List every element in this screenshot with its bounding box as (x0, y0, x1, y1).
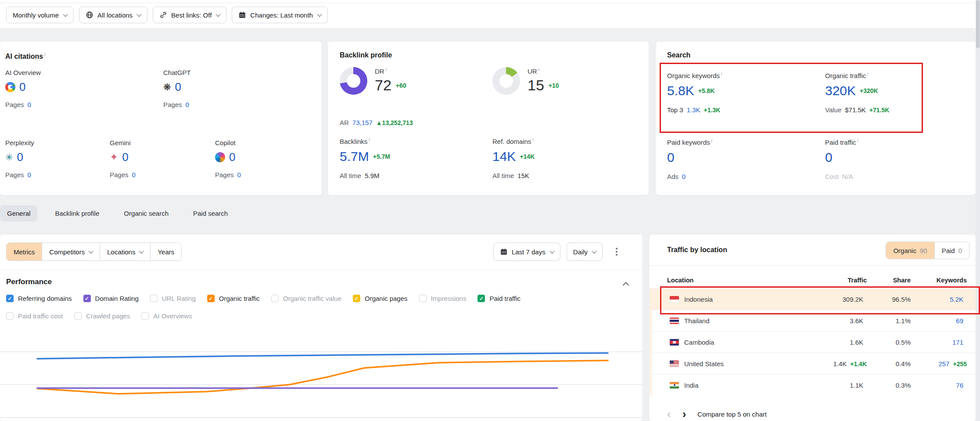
checkbox-box[interactable] (419, 295, 427, 302)
info-icon[interactable]: i (711, 138, 712, 143)
checkbox-url-rating[interactable]: URL Rating (150, 295, 196, 302)
organic-keywords-value[interactable]: 5.8K (667, 83, 694, 98)
changes-dropdown[interactable]: Changes: Last month (232, 7, 328, 23)
info-icon[interactable]: i (44, 52, 45, 57)
copilot-value[interactable]: 0 (229, 150, 235, 164)
table-row-thailand[interactable]: Thailand 3.6K 1.1% 69 (650, 310, 976, 331)
checkbox-paid-traffic-cost[interactable]: Paid traffic cost (6, 312, 63, 320)
page-scrollbar[interactable] (976, 0, 980, 421)
overview-main-panel: Metrics Competitors Locations Years Last… (0, 235, 642, 421)
tab-organic-search[interactable]: Organic search (117, 205, 176, 221)
more-options-button[interactable] (609, 243, 625, 260)
keywords-link[interactable]: 257 (938, 360, 949, 367)
checkbox-box[interactable] (141, 312, 149, 320)
ref-domains-value[interactable]: 14K (492, 149, 516, 164)
checkbox-organic-traffic-value[interactable]: Organic traffic value (271, 295, 341, 302)
checkbox-box[interactable]: ✓ (477, 295, 485, 302)
table-row-india[interactable]: India 1.1K 0.3% 76 (650, 374, 976, 396)
checkbox-box[interactable]: ✓ (83, 295, 91, 302)
date-range-dropdown[interactable]: Last 7 days (493, 243, 560, 261)
paid-keywords-value[interactable]: 0 (667, 150, 675, 165)
changes-label: Changes: Last month (250, 11, 313, 19)
pages-value[interactable]: 0 (186, 101, 189, 108)
paid-traffic-label: Paid traffici (825, 138, 858, 146)
all-locations-label: All locations (97, 11, 133, 19)
checkbox-box[interactable] (6, 312, 14, 320)
checkbox-box[interactable] (271, 295, 279, 302)
best-links-dropdown[interactable]: Best links: Off (153, 7, 226, 23)
toggle-paid[interactable]: Paid0 (934, 242, 969, 259)
scrollbar-thumb[interactable] (976, 0, 980, 48)
india-flag-icon (670, 382, 679, 389)
checkbox-box[interactable]: ✓ (207, 295, 215, 302)
table-row-united-states[interactable]: United States 1.4K+1.4K 0.4% 257+255 (650, 353, 976, 374)
info-icon[interactable]: i (386, 67, 387, 72)
backlinks-value[interactable]: 5.7M (340, 149, 369, 164)
all-locations-dropdown[interactable]: All locations (79, 7, 147, 23)
segment-years[interactable]: Years (150, 243, 181, 260)
organic-traffic-label: Organic traffici (825, 71, 889, 79)
checkbox-crawled-pages[interactable]: Crawled pages (74, 312, 130, 320)
checkbox-organic-traffic[interactable]: ✓Organic traffic (207, 295, 260, 302)
keywords-link[interactable]: 69 (956, 317, 963, 325)
previous-page-button[interactable]: ‹ (667, 408, 671, 420)
alltime-value: 5.9M (365, 172, 379, 179)
info-icon[interactable]: i (538, 67, 539, 72)
checkbox-organic-pages[interactable]: ✓Organic pages (353, 295, 408, 302)
info-icon[interactable]: i (721, 71, 722, 76)
copilot-icon (215, 152, 225, 162)
compare-top5-link[interactable]: Compare top 5 on chart (697, 410, 767, 418)
gemini-label: Gemini (110, 139, 136, 146)
checkbox-paid-traffic[interactable]: ✓Paid traffic (477, 295, 521, 302)
checkbox-domain-rating[interactable]: ✓Domain Rating (83, 295, 139, 302)
collapse-performance-button[interactable] (624, 281, 628, 289)
keywords-link[interactable]: 5.2K (950, 296, 963, 303)
pages-value[interactable]: 0 (132, 171, 136, 178)
segment-metrics[interactable]: Metrics (7, 243, 42, 260)
date-range-label: Last 7 days (512, 248, 546, 256)
ref-domains-delta: +14K (520, 153, 535, 160)
checkbox-box[interactable] (74, 312, 82, 320)
ads-value[interactable]: 0 (682, 173, 686, 180)
toggle-organic[interactable]: Organic90 (886, 242, 934, 259)
paid-traffic-value[interactable]: 0 (825, 150, 833, 165)
info-icon[interactable]: i (858, 138, 858, 143)
perplexity-value[interactable]: 0 (17, 150, 23, 164)
top3-value[interactable]: 1.3K (687, 106, 700, 114)
table-row-indonesia[interactable]: Indonesia 309.2K 96.5% 5.2K (650, 288, 976, 310)
next-page-button[interactable]: › (682, 408, 686, 420)
checkbox-impressions[interactable]: Impressions (419, 295, 467, 302)
top3-label: Top 3 (667, 106, 683, 114)
pages-value[interactable]: 0 (237, 171, 241, 178)
keywords-link[interactable]: 171 (952, 339, 963, 346)
ar-value[interactable]: 73,157 (352, 119, 373, 126)
pages-value[interactable]: 0 (28, 101, 31, 108)
checkbox-box[interactable]: ✓ (353, 295, 360, 302)
granularity-label: Daily (573, 248, 588, 256)
checkbox-ai-overviews[interactable]: AI Overviews (141, 312, 192, 320)
info-icon[interactable]: i (532, 137, 533, 142)
segment-competitors[interactable]: Competitors (42, 243, 100, 260)
backlink-profile-title: Backlink profile (340, 51, 392, 59)
checkbox-referring-domains[interactable]: ✓Referring domains (6, 295, 72, 302)
monthly-volume-dropdown[interactable]: Monthly volume (6, 7, 74, 23)
segment-locations[interactable]: Locations (100, 243, 150, 260)
table-row-cambodia[interactable]: Cambodia 1.6K 0.5% 171 (650, 331, 976, 353)
tab-paid-search[interactable]: Paid search (186, 205, 235, 221)
ai-overview-value[interactable]: 0 (19, 80, 25, 94)
granularity-dropdown[interactable]: Daily (567, 243, 603, 261)
gemini-value[interactable]: 0 (122, 150, 128, 164)
checkbox-box[interactable]: ✓ (6, 295, 14, 302)
organic-traffic-value[interactable]: 320K (825, 83, 856, 98)
tab-general[interactable]: General (0, 205, 37, 221)
info-icon[interactable]: i (369, 137, 370, 142)
pages-value[interactable]: 0 (28, 171, 31, 178)
info-icon[interactable]: i (867, 71, 868, 76)
url-rating-widget: URi 15+10 (492, 67, 559, 95)
chatgpt-label: ChatGPT (163, 69, 191, 76)
checkbox-box[interactable] (150, 295, 158, 302)
ar-delta: ▲13,252,713 (376, 119, 413, 126)
keywords-link[interactable]: 76 (956, 382, 963, 389)
chatgpt-value[interactable]: 0 (175, 80, 181, 94)
tab-backlink-profile[interactable]: Backlink profile (48, 205, 106, 221)
